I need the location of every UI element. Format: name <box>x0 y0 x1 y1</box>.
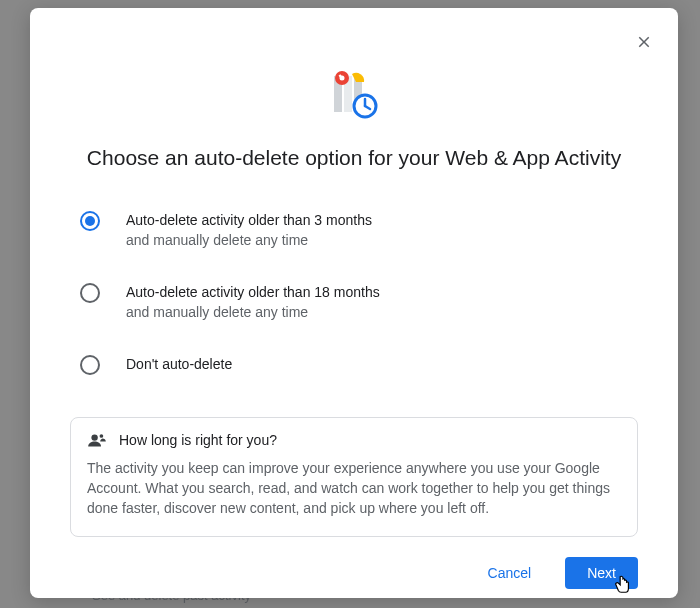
people-icon <box>87 432 107 448</box>
option-label: Don't auto-delete <box>126 354 628 374</box>
radio-unselected-icon <box>80 355 100 375</box>
close-icon <box>635 33 653 51</box>
svg-point-10 <box>100 434 104 438</box>
options-group: Auto-delete activity older than 3 months… <box>30 210 678 375</box>
option-18-months[interactable]: Auto-delete activity older than 18 month… <box>80 282 628 322</box>
action-bar: Cancel Next <box>30 537 678 589</box>
option-3-months[interactable]: Auto-delete activity older than 3 months… <box>80 210 628 250</box>
option-label: Auto-delete activity older than 3 months <box>126 210 628 230</box>
info-box: How long is right for you? The activity … <box>70 417 638 537</box>
info-body: The activity you keep can improve your e… <box>87 458 621 518</box>
radio-selected-icon <box>80 211 100 231</box>
cancel-button[interactable]: Cancel <box>466 557 554 589</box>
activity-clock-illustration <box>328 68 380 120</box>
option-subtext: and manually delete any time <box>126 302 628 322</box>
auto-delete-dialog: Choose an auto-delete option for your We… <box>30 8 678 598</box>
radio-unselected-icon <box>80 283 100 303</box>
next-button[interactable]: Next <box>565 557 638 589</box>
option-dont-delete[interactable]: Don't auto-delete <box>80 354 628 375</box>
dialog-title: Choose an auto-delete option for your We… <box>30 146 678 170</box>
close-button[interactable] <box>630 28 658 56</box>
info-title: How long is right for you? <box>119 432 277 448</box>
svg-point-9 <box>91 434 97 440</box>
option-subtext: and manually delete any time <box>126 230 628 250</box>
option-label: Auto-delete activity older than 18 month… <box>126 282 628 302</box>
